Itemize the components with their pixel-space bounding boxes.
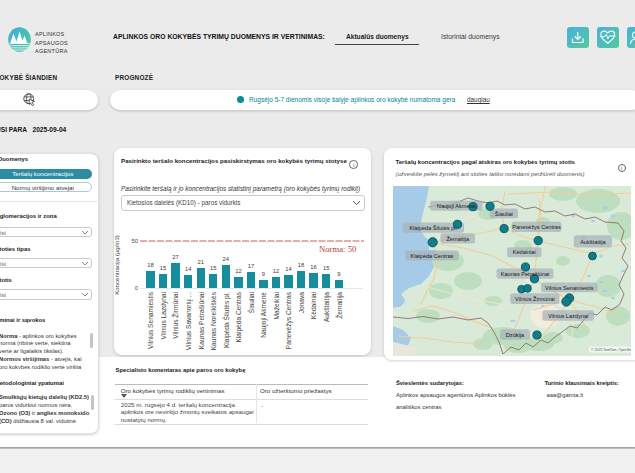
svg-text:Vilnius Senamiestis: Vilnius Senamiestis — [545, 285, 594, 291]
svg-text:Vilnius Žirmūnai: Vilnius Žirmūnai — [515, 295, 555, 302]
svg-text:Žemaitija: Žemaitija — [446, 235, 470, 242]
svg-text:Šiauliai: Šiauliai — [494, 211, 512, 217]
svg-text:Kaunas Petrašiūnai: Kaunas Petrašiūnai — [500, 271, 549, 277]
svg-text:Panevėžys Centras: Panevėžys Centras — [512, 224, 561, 230]
svg-text:Naujoji Akmenė: Naujoji Akmenė — [436, 203, 475, 209]
svg-text:Klaipėda Centras: Klaipėda Centras — [410, 253, 453, 259]
svg-text:Aukštaitija: Aukštaitija — [580, 239, 606, 245]
svg-text:© 2025 TomTom, OpenStreetMap: © 2025 TomTom, OpenStreetMap — [591, 348, 632, 352]
svg-text:Dzūkija: Dzūkija — [505, 332, 524, 338]
svg-text:Kėdainiai: Kėdainiai — [512, 249, 535, 255]
svg-text:Klaipėda Šilutės pl.: Klaipėda Šilutės pl. — [409, 225, 457, 231]
svg-text:Vilnius Lazdynai: Vilnius Lazdynai — [547, 313, 587, 319]
